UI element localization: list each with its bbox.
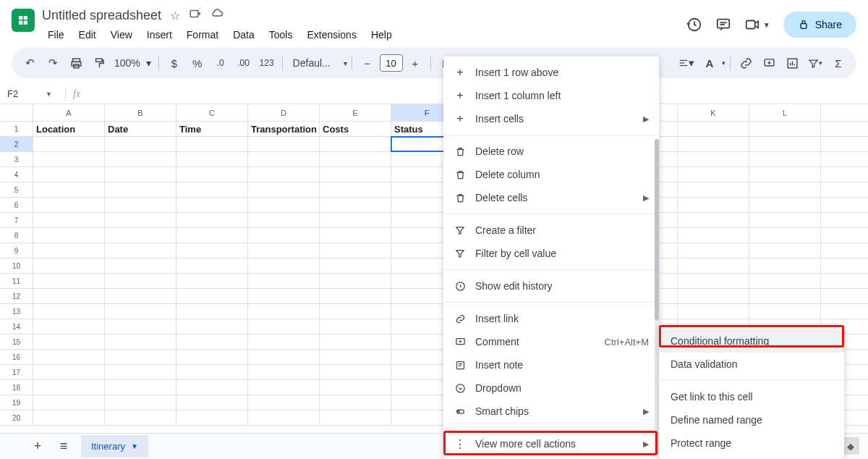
cell[interactable] — [749, 243, 821, 258]
cell[interactable] — [749, 213, 821, 227]
ctx-insert-row-above[interactable]: + Insert 1 row above — [443, 61, 659, 84]
cell[interactable] — [33, 167, 105, 182]
cell[interactable] — [678, 274, 749, 288]
cell[interactable] — [320, 395, 391, 410]
cell[interactable]: Costs — [320, 122, 391, 136]
cell[interactable] — [248, 167, 320, 182]
cell[interactable] — [320, 365, 391, 379]
cell[interactable] — [248, 137, 320, 151]
ctx-create-filter[interactable]: Create a filter — [443, 219, 659, 242]
cell[interactable] — [320, 350, 391, 364]
cell[interactable] — [678, 289, 749, 303]
menu-help[interactable]: Help — [365, 26, 398, 43]
name-box[interactable]: F2▼ — [7, 88, 58, 99]
cell[interactable] — [678, 304, 749, 319]
ctx-smart-chips[interactable]: Smart chips ▶ — [443, 400, 659, 423]
menu-edit[interactable]: Edit — [73, 26, 102, 43]
row-header[interactable]: 3 — [0, 152, 33, 167]
cell[interactable] — [33, 228, 105, 243]
cell[interactable]: Transportation — [248, 122, 320, 136]
cell[interactable] — [320, 182, 391, 197]
menu-insert[interactable]: Insert — [141, 26, 178, 43]
sheets-logo[interactable] — [12, 9, 35, 32]
meet-icon[interactable]: ▼ — [744, 17, 770, 33]
cell[interactable] — [749, 289, 821, 303]
ctx-filter-by-value[interactable]: Filter by cell value — [443, 242, 659, 265]
column-header[interactable]: B — [105, 104, 176, 121]
cell[interactable] — [105, 380, 176, 395]
cell[interactable] — [248, 274, 320, 288]
cell[interactable] — [749, 274, 821, 288]
cell[interactable] — [33, 319, 105, 334]
cell[interactable] — [105, 258, 176, 273]
ctx-view-more[interactable]: ⋮ View more cell actions ▶ — [443, 432, 659, 455]
cell[interactable] — [320, 152, 391, 167]
cell[interactable] — [248, 410, 320, 425]
menu-tools[interactable]: Tools — [263, 26, 299, 43]
ctx-show-history[interactable]: Show edit history — [443, 274, 659, 298]
row-header[interactable]: 11 — [0, 274, 33, 288]
cell[interactable] — [749, 228, 821, 243]
cell[interactable] — [248, 198, 320, 212]
cell[interactable] — [33, 258, 105, 273]
row-header[interactable]: 5 — [0, 182, 33, 197]
insert-link-button[interactable] — [735, 52, 757, 74]
select-all-corner[interactable] — [0, 104, 33, 121]
all-sheets-button[interactable]: ≡ — [55, 439, 72, 454]
cell[interactable] — [749, 122, 821, 136]
cell[interactable] — [105, 228, 176, 243]
cell[interactable] — [105, 152, 176, 167]
zoom-select[interactable]: 100% ▾ — [111, 57, 154, 69]
menu-format[interactable]: Format — [181, 26, 224, 43]
cell[interactable] — [320, 258, 391, 273]
cell[interactable] — [33, 395, 105, 410]
row-header[interactable]: 17 — [0, 365, 33, 379]
ctx-get-link[interactable]: Get link to this cell — [659, 385, 844, 408]
ctx-insert-col-left[interactable]: + Insert 1 column left — [443, 84, 659, 107]
cell[interactable] — [248, 334, 320, 349]
cell[interactable] — [320, 167, 391, 182]
cell[interactable] — [105, 304, 176, 319]
ctx-delete-row[interactable]: Delete row — [443, 140, 659, 163]
cell[interactable] — [176, 319, 248, 334]
menu-file[interactable]: File — [42, 26, 70, 43]
cell[interactable] — [320, 380, 391, 395]
comments-icon[interactable] — [715, 17, 731, 33]
cell[interactable] — [248, 213, 320, 227]
cell[interactable] — [33, 182, 105, 197]
cell[interactable] — [248, 319, 320, 334]
cell[interactable] — [678, 182, 749, 197]
text-color-button[interactable]: A — [699, 52, 720, 74]
cell[interactable] — [176, 258, 248, 273]
cell[interactable] — [320, 198, 391, 212]
more-formats-button[interactable]: 123 — [256, 52, 278, 74]
cell[interactable] — [678, 198, 749, 212]
cell[interactable] — [320, 243, 391, 258]
cell[interactable] — [105, 365, 176, 379]
cell[interactable] — [176, 243, 248, 258]
row-header[interactable]: 19 — [0, 395, 33, 410]
column-header[interactable]: D — [248, 104, 320, 121]
cell[interactable] — [176, 228, 248, 243]
cell[interactable] — [33, 350, 105, 364]
increase-font-button[interactable]: + — [404, 52, 426, 74]
cell[interactable] — [33, 365, 105, 379]
row-header[interactable]: 12 — [0, 289, 33, 303]
cell[interactable] — [176, 198, 248, 212]
filter-button[interactable]: ▾ — [804, 52, 826, 74]
row-header[interactable]: 15 — [0, 334, 33, 349]
history-icon[interactable] — [686, 17, 702, 33]
percent-button[interactable]: % — [187, 52, 208, 74]
cell[interactable] — [320, 228, 391, 243]
cell[interactable] — [105, 395, 176, 410]
cell[interactable] — [105, 213, 176, 227]
cell[interactable] — [33, 152, 105, 167]
cell[interactable] — [33, 304, 105, 319]
cell[interactable] — [176, 152, 248, 167]
cell[interactable] — [105, 350, 176, 364]
cell[interactable] — [678, 167, 749, 182]
cell[interactable] — [749, 152, 821, 167]
row-header[interactable]: 2 — [0, 137, 33, 151]
row-header[interactable]: 1 — [0, 122, 33, 136]
cell[interactable] — [105, 274, 176, 288]
